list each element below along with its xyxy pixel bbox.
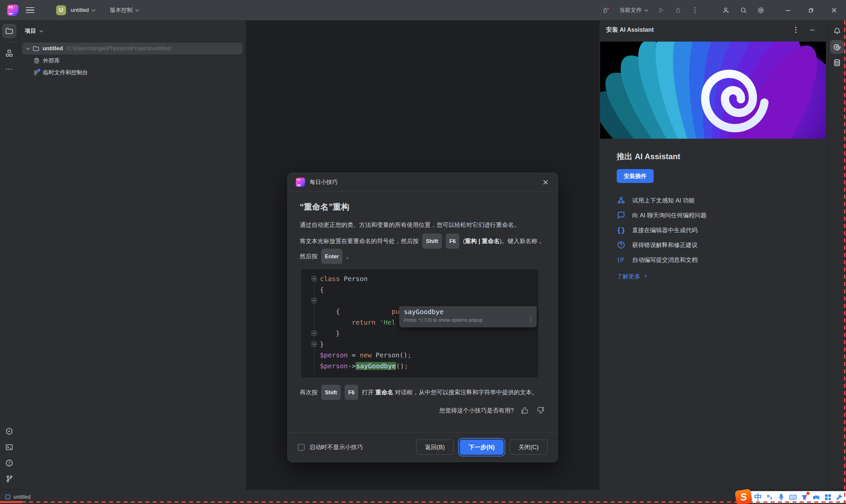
close-icon[interactable]: [542, 178, 550, 186]
ai-panel-content: 推出 AI Assistant 安装插件 试用上下文感知 AI 功能: [599, 151, 828, 281]
project-panel-header[interactable]: 项目: [19, 24, 246, 38]
minimize-icon[interactable]: [784, 6, 792, 14]
tree-row-external-libraries[interactable]: 外部库: [19, 54, 246, 66]
dont-show-label[interactable]: 启动时不显示小技巧: [309, 443, 363, 451]
add-user-icon[interactable]: [722, 6, 730, 14]
restore-icon[interactable]: [807, 6, 815, 14]
right-tool-strip: [828, 20, 846, 489]
problems-tool-icon[interactable]: [2, 456, 16, 470]
daily-tips-dialog: PS 每日小技巧 “重命名”重构 通过自动更正您的类、方法和变量的所有使用位置，…: [287, 173, 558, 462]
feature-label: 试用上下文感知 AI 功能: [632, 197, 695, 204]
search-icon[interactable]: [740, 6, 747, 14]
feature-label: 自动编写提交消息和文档: [632, 256, 698, 264]
database-icon[interactable]: [830, 56, 844, 70]
vcs-selector[interactable]: 版本控制: [110, 6, 139, 14]
fold-marker-icon[interactable]: [312, 276, 317, 282]
feature-item: 自动编写提交消息和文档: [617, 252, 828, 267]
debug-icon[interactable]: [674, 6, 682, 14]
tip-heading: “重命名”重构: [300, 201, 546, 212]
status-bar: untitled S 中: [0, 489, 846, 504]
ai-panel-title: 安装 AI Assistant: [606, 26, 654, 34]
sogou-logo-icon[interactable]: S: [735, 489, 753, 504]
main-menu-icon[interactable]: [26, 7, 34, 13]
ai-feature-list: 试用上下文感知 AI 功能 向 AI 聊天询问任何编程问题 {} 直接在编辑器中…: [617, 193, 828, 267]
debug-disconnect-icon[interactable]: [602, 6, 610, 14]
more-actions-icon[interactable]: ⋮: [691, 6, 699, 15]
install-plugin-button[interactable]: 安装插件: [617, 169, 654, 183]
panel-options-icon[interactable]: ⋮: [792, 25, 800, 34]
tree-row-project-root[interactable]: untitled C:\Users\dingw\PhpstormProjects…: [22, 42, 243, 54]
thumbs-up-icon[interactable]: [521, 406, 529, 415]
ime-toolbar: S 中: [749, 491, 846, 503]
kbd-enter: Enter: [321, 249, 342, 264]
left-tool-strip: ⋯: [0, 20, 19, 489]
back-button[interactable]: 返回(B): [416, 439, 454, 455]
tree-root-name: untitled: [42, 45, 63, 52]
feature-label: 获得错误解释和修正建议: [632, 241, 698, 249]
settings-icon[interactable]: [757, 6, 765, 14]
microphone-icon[interactable]: [777, 492, 786, 502]
run-configuration-selector[interactable]: 当前文件: [619, 6, 648, 14]
project-selector[interactable]: untitled: [71, 7, 95, 14]
structure-tool-icon[interactable]: [2, 46, 16, 60]
project-tool-icon[interactable]: [2, 24, 16, 38]
kbd-shift: Shift: [422, 234, 442, 249]
more-options-icon[interactable]: ⋮: [528, 317, 533, 323]
notifications-icon[interactable]: [830, 24, 844, 38]
toolwindow-square-icon: [5, 494, 10, 499]
fold-marker-icon[interactable]: [312, 342, 317, 347]
close-icon[interactable]: [830, 6, 838, 14]
folder-icon: [32, 45, 40, 52]
hide-panel-icon[interactable]: [809, 26, 816, 33]
next-button[interactable]: 下一步(N): [460, 439, 504, 455]
dialog-title: 每日小技巧: [310, 178, 338, 186]
ai-assistant-icon[interactable]: [830, 40, 844, 54]
rename-suggestion-popup[interactable]: sayGoodbye Press ⌥⇧O to show options pop…: [399, 306, 537, 327]
usage-highlight: sayGoodbye: [356, 362, 396, 370]
chevron-down-icon: [645, 7, 648, 11]
feature-item: 向 AI 聊天询问任何编程问题: [617, 208, 828, 222]
ai-panel-header: 安装 AI Assistant ⋮: [599, 20, 828, 39]
toolbox-icon[interactable]: [835, 492, 844, 502]
dont-show-checkbox[interactable]: [298, 444, 305, 451]
suggestion-name[interactable]: sayGoodbye: [399, 306, 537, 316]
popup-hint-text: Press ⌥⇧O to show options popup: [404, 317, 482, 323]
run-icon[interactable]: [657, 6, 665, 14]
kbd-shift: Shift: [321, 385, 341, 400]
project-avatar[interactable]: U: [56, 5, 66, 15]
project-panel-title: 项目: [25, 27, 36, 35]
ime-punctuation-icon[interactable]: [765, 492, 774, 502]
feature-item: 试用上下文感知 AI 功能: [617, 193, 828, 208]
vcs-label: 版本控制: [110, 6, 133, 14]
chevron-down-icon: [91, 7, 95, 11]
run-config-label: 当前文件: [619, 6, 642, 14]
more-tool-windows-icon[interactable]: ⋯: [2, 62, 16, 76]
ai-assistant-panel: 安装 AI Assistant ⋮: [599, 20, 828, 489]
tip-paragraph-1: 通过自动更正您的类、方法和变量的所有使用位置，您可以轻松对它们进行重命名。: [300, 219, 546, 231]
fold-marker-icon[interactable]: [312, 298, 317, 303]
tree-row-scratches[interactable]: 临时文件和控制台: [19, 66, 246, 78]
fold-marker-icon[interactable]: [312, 330, 317, 336]
chevron-down-icon: [135, 7, 139, 11]
feedback-question: 您觉得这个小技巧是否有用?: [439, 407, 514, 414]
status-project-widget[interactable]: untitled: [5, 494, 31, 500]
chat-bubble-icon: [617, 211, 625, 220]
skin-icon[interactable]: [800, 492, 809, 502]
braces-icon: {}: [617, 226, 625, 234]
apps-grid-icon[interactable]: [824, 492, 832, 502]
phpstorm-logo-icon: PS: [296, 178, 305, 187]
ime-language-icon[interactable]: 中: [754, 492, 762, 502]
keyboard-icon[interactable]: [789, 492, 797, 502]
version-control-tool-icon[interactable]: [2, 472, 16, 486]
close-button[interactable]: 关闭(C): [510, 439, 548, 455]
thumbs-down-icon[interactable]: [536, 406, 545, 415]
phpstorm-logo-icon: PS: [7, 5, 18, 16]
services-tool-icon[interactable]: [2, 425, 16, 438]
game-center-icon[interactable]: [812, 492, 821, 502]
learn-more-link[interactable]: 了解更多: [617, 272, 648, 281]
feedback-row: 您觉得这个小技巧是否有用?: [300, 406, 546, 415]
terminal-tool-icon[interactable]: [2, 440, 16, 454]
titlebar: PS U untitled 版本控制 当前文件 ⋮: [0, 0, 846, 20]
external-link-icon: [643, 274, 648, 279]
feature-label: 直接在编辑器中生成代码: [632, 226, 698, 234]
